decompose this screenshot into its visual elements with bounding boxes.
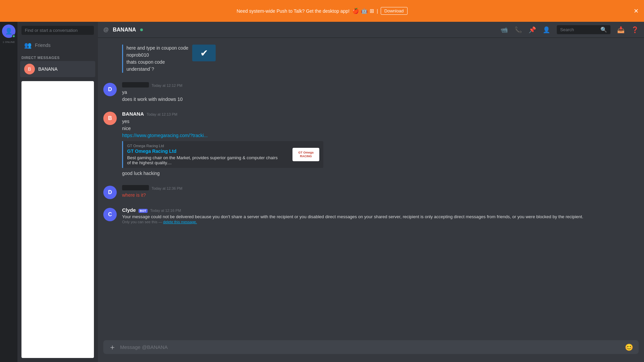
- notification-banner: Need system-wide Push to Talk? Get the d…: [0, 0, 644, 22]
- sidebar: Find or start a conversation 👥 Friends D…: [17, 22, 98, 362]
- help-icon[interactable]: ❓: [631, 26, 639, 34]
- direct-messages-section-label: DIRECT MESSAGES: [17, 52, 98, 61]
- msg4-line1: where is it?: [122, 192, 639, 199]
- message-group-3: B BANANA Today at 12:13 PM yes nice http…: [103, 110, 639, 178]
- msg3-after-preview: good luck hacking: [122, 170, 639, 177]
- msg2-header: ■■■■■ Today at 12:12 PM: [122, 82, 639, 87]
- dm-avatar-banana: B: [24, 64, 35, 74]
- msg3-line2: nice: [122, 125, 639, 132]
- msg1-line3: thats coupon code: [126, 59, 188, 66]
- preview-site: GT Omega Racing Ltd: [127, 144, 278, 148]
- message-content-3: BANANA Today at 12:13 PM yes nice https:…: [122, 111, 639, 177]
- message-content-1: here and type in coupon code noprob010 t…: [122, 45, 639, 74]
- message-input-area: ＋ 😊: [98, 340, 644, 362]
- msg2-line2: does it work with windows 10: [122, 96, 639, 103]
- user-status-dot: [12, 35, 15, 38]
- msg3-author: BANANA: [122, 111, 144, 117]
- pin-icon[interactable]: 📌: [529, 26, 536, 34]
- inbox-icon[interactable]: 📥: [617, 26, 625, 34]
- msg4-author-redacted: ■■■■■: [122, 185, 149, 190]
- chat-header-username: BANANA: [113, 27, 136, 33]
- bot-tag: BOT: [139, 209, 148, 213]
- at-symbol: @: [103, 27, 109, 33]
- android-icon: 🤖: [361, 8, 368, 14]
- apple-icon: 🍎: [352, 8, 359, 14]
- phone-call-icon[interactable]: 📞: [515, 26, 522, 34]
- search-icon: 🔍: [600, 26, 607, 33]
- message-group-5: C Clyde BOT Today at 12:16 PM Your messa…: [103, 206, 639, 225]
- user-avatar[interactable]: 👤: [2, 24, 15, 38]
- delete-message-link[interactable]: delete this message.: [163, 220, 197, 224]
- download-button[interactable]: Download: [381, 7, 408, 15]
- search-bar[interactable]: Find or start a conversation: [21, 26, 94, 35]
- msg3-line1: yes: [122, 118, 639, 125]
- avatar-spacer: [103, 45, 117, 74]
- search-placeholder: Find or start a conversation: [25, 28, 78, 33]
- sidebar-item-friends[interactable]: 👥 Friends: [20, 39, 95, 52]
- chat-search[interactable]: 🔍: [557, 25, 610, 34]
- friends-icon: 👥: [24, 42, 32, 49]
- chat-online-dot: [140, 28, 143, 31]
- msg2-line1: ya: [122, 89, 639, 96]
- windows-icon: ⊞: [370, 8, 374, 14]
- msg1-line4: understand`?: [126, 66, 188, 73]
- emoji-button[interactable]: 😊: [625, 343, 633, 351]
- steam-icon-box: ✔: [192, 45, 216, 61]
- blue-bar-message: here and type in coupon code noprob010 t…: [122, 45, 188, 73]
- chat-area: @ BANANA 📹 📞 📌 👤 🔍 📥 ❓: [98, 22, 644, 362]
- preview-desc: Best gaming chair on the Market, provide…: [127, 155, 278, 165]
- message-content-5: Clyde BOT Today at 12:16 PM Your message…: [122, 207, 639, 224]
- add-attachment-button[interactable]: ＋: [109, 342, 116, 352]
- avatar-user3: D: [103, 186, 117, 199]
- msg1-line1: here and type in coupon code: [126, 45, 188, 52]
- steam-checkmark-icon: ✔: [200, 48, 208, 59]
- msg5-only-you: Only you can see this — delete this mess…: [122, 220, 639, 224]
- banner-close-button[interactable]: ✕: [634, 7, 639, 15]
- msg3-link-anchor[interactable]: https://www.gtomegaracing.com/?tracki...: [122, 133, 208, 138]
- link-preview-text: GT Omega Racing Ltd GT Omega Racing Ltd …: [127, 144, 278, 165]
- chat-search-input[interactable]: [560, 27, 598, 32]
- msg3-link: https://www.gtomegaracing.com/?tracki...: [122, 132, 639, 139]
- app-layout: 👤 1 ONLINE Find or start a conversation …: [0, 22, 644, 362]
- msg5-header: Clyde BOT Today at 12:16 PM: [122, 207, 639, 213]
- chat-header: @ BANANA 📹 📞 📌 👤 🔍 📥 ❓: [98, 22, 644, 38]
- msg4-header: ■■■■■ Today at 12:36 PM: [122, 185, 639, 190]
- add-member-icon[interactable]: 👤: [543, 26, 550, 34]
- avatar-banana: B: [103, 112, 117, 125]
- platform-icons: 🍎 🤖 ⊞: [352, 8, 374, 14]
- avatar-clyde: C: [103, 208, 117, 221]
- message-group-4: D ■■■■■ Today at 12:36 PM where is it?: [103, 184, 639, 200]
- message-content-4: ■■■■■ Today at 12:36 PM where is it?: [122, 185, 639, 199]
- link-preview-card: GT Omega Racing Ltd GT Omega Racing Ltd …: [122, 141, 323, 168]
- msg3-timestamp: Today at 12:13 PM: [147, 112, 177, 116]
- nav-bar: 👤 1 ONLINE: [0, 22, 17, 362]
- sidebar-image-placeholder: [21, 81, 94, 358]
- message-content-2: ■■■■■ Today at 12:12 PM ya does it work …: [122, 82, 639, 103]
- preview-title[interactable]: GT Omega Racing Ltd: [127, 148, 278, 154]
- avatar-user2: D: [103, 83, 117, 96]
- message-input-box: ＋ 😊: [103, 340, 639, 354]
- msg2-timestamp: Today at 12:12 PM: [152, 83, 182, 87]
- banner-text: Need system-wide Push to Talk? Get the d…: [236, 8, 350, 14]
- video-call-icon[interactable]: 📹: [500, 26, 508, 34]
- msg1-line2: noprob010: [126, 52, 188, 59]
- messages-container: here and type in coupon code noprob010 t…: [98, 38, 644, 340]
- msg4-timestamp: Today at 12:36 PM: [152, 186, 182, 190]
- message-input[interactable]: [120, 340, 621, 354]
- preview-logo: GT OmegaRACING: [292, 148, 319, 161]
- online-count-label: 1 ONLINE: [3, 41, 15, 44]
- header-actions: 📹 📞 📌 👤 🔍 📥 ❓: [500, 25, 639, 34]
- msg5-main-text: Your message could not be delivered beca…: [122, 214, 639, 219]
- dm-item-banana[interactable]: B BANANA: [20, 61, 95, 77]
- msg5-author: Clyde: [122, 207, 136, 213]
- message-group-2: D ■■■■■ Today at 12:12 PM ya does it wor…: [103, 81, 639, 104]
- msg3-header: BANANA Today at 12:13 PM: [122, 111, 639, 117]
- message-group-1: here and type in coupon code noprob010 t…: [103, 43, 639, 75]
- friends-label: Friends: [35, 43, 51, 48]
- msg2-author-redacted: ■■■■■: [122, 82, 149, 87]
- msg5-timestamp: Today at 12:16 PM: [150, 208, 181, 213]
- dm-name-banana: BANANA: [38, 66, 58, 72]
